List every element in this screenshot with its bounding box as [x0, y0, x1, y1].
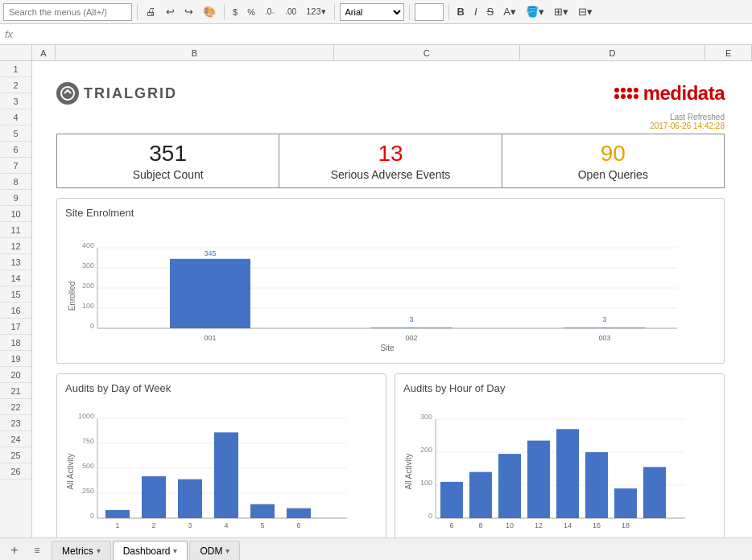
svg-text:200: 200 [420, 446, 432, 454]
svg-text:Site: Site [380, 344, 395, 352]
menu-search-input[interactable] [3, 3, 132, 21]
tab-label: Dashboard [123, 546, 171, 557]
svg-text:400: 400 [82, 241, 94, 249]
svg-text:0: 0 [90, 512, 94, 520]
sheet-tab-dashboard[interactable]: Dashboard▾ [113, 541, 188, 560]
svg-rect-71 [643, 467, 666, 518]
svg-rect-63 [527, 441, 550, 518]
tab-arrow-icon[interactable]: ▾ [173, 546, 177, 555]
svg-rect-34 [105, 510, 130, 518]
svg-rect-57 [440, 482, 463, 518]
row-number-5: 5 [0, 126, 31, 142]
svg-text:6: 6 [449, 521, 453, 529]
print-button[interactable]: 🖨 [143, 4, 159, 19]
kpi-card-0: 351 Subject Count [57, 134, 279, 187]
svg-text:3: 3 [188, 521, 192, 529]
separator [409, 4, 410, 20]
kpi-value-2: 90 [515, 141, 711, 167]
row-number-25: 25 [0, 447, 31, 463]
row-number-26: 26 [0, 463, 31, 480]
tg-icon [56, 82, 79, 105]
trialgrid-logo: TRIALGRID [56, 82, 177, 105]
sheet-tabs: + ≡ Metrics▾Dashboard▾ODM▾ [0, 537, 752, 560]
svg-text:002: 002 [405, 334, 417, 342]
corner-cell [0, 45, 32, 60]
last-refreshed-value: 2017-06-26 14:42:28 [650, 121, 725, 130]
col-header-d[interactable]: D [520, 45, 706, 60]
col-header-e[interactable]: E [705, 45, 752, 60]
audits-day-svg: All Activity 0 250 500 750 1000 [65, 399, 355, 536]
svg-text:200: 200 [82, 282, 94, 290]
add-sheet-button[interactable]: + [5, 541, 24, 560]
audits-hour-svg: All Activity 0 100 200 300 [403, 399, 693, 536]
bold-button[interactable]: B [454, 4, 468, 19]
sheet-content[interactable]: TRIALGRID medidata Last Refresh [32, 61, 752, 537]
svg-text:Enrolled: Enrolled [68, 282, 76, 311]
logos-row: TRIALGRID medidata [56, 77, 725, 109]
italic-button[interactable]: I [471, 4, 481, 19]
row-number-3: 3 [0, 93, 31, 109]
redo-button[interactable]: ↪ [181, 4, 196, 19]
separator [334, 4, 335, 20]
row-number-1: 1 [0, 61, 31, 77]
svg-text:2: 2 [151, 521, 155, 529]
svg-text:6: 6 [296, 521, 300, 529]
svg-rect-38 [178, 480, 202, 518]
row-number-8: 8 [0, 174, 31, 190]
svg-text:All Activity: All Activity [404, 453, 413, 489]
merge-button[interactable]: ⊟▾ [575, 4, 596, 19]
row-number-19: 19 [0, 351, 31, 367]
sheet-tab-odm[interactable]: ODM▾ [189, 541, 240, 560]
col-header-b[interactable]: B [56, 45, 334, 60]
row-number-13: 13 [0, 254, 31, 270]
medidata-dots-icon [614, 88, 638, 99]
undo-button[interactable]: ↩ [163, 4, 178, 19]
row-number-9: 9 [0, 190, 31, 206]
fill-color-button[interactable]: 🪣▾ [523, 4, 547, 19]
col-header-a[interactable]: A [32, 45, 56, 60]
strikethrough-button[interactable]: S [484, 4, 498, 19]
svg-text:300: 300 [82, 261, 94, 270]
svg-text:3: 3 [602, 315, 606, 323]
tab-arrow-icon[interactable]: ▾ [225, 546, 229, 555]
number-format-button[interactable]: 123▾ [303, 5, 328, 19]
row-number-18: 18 [0, 335, 31, 351]
sheet-menu-button[interactable]: ≡ [29, 541, 45, 560]
paint-format-button[interactable]: 🎨 [200, 4, 219, 19]
font-family-select[interactable]: Arial [340, 3, 404, 21]
row-numbers: 1234567891011121314151617181920212223242… [0, 61, 32, 537]
formula-bar: fx [0, 24, 752, 45]
svg-rect-69 [614, 488, 637, 518]
svg-text:0: 0 [428, 512, 432, 520]
text-color-button[interactable]: A▾ [500, 4, 519, 19]
sheet-body: 1234567891011121314151617181920212223242… [0, 61, 752, 537]
svg-text:001: 001 [204, 334, 216, 342]
currency-button[interactable]: $ [229, 6, 241, 19]
svg-rect-42 [250, 504, 275, 518]
borders-button[interactable]: ⊞▾ [551, 4, 572, 19]
svg-text:250: 250 [82, 487, 94, 495]
increase-decimal-button[interactable]: .00 [282, 6, 300, 18]
kpi-label-2: Open Queries [515, 168, 711, 181]
spreadsheet: A B C D E 123456789101112131415161718192… [0, 45, 752, 537]
row-number-22: 22 [0, 399, 31, 415]
row-number-21: 21 [0, 383, 31, 399]
formula-icon: fx [5, 28, 13, 40]
sheet-tab-metrics[interactable]: Metrics▾ [52, 541, 111, 560]
tab-arrow-icon[interactable]: ▾ [97, 546, 101, 555]
font-size-input[interactable]: 10 [415, 3, 444, 21]
row-number-24: 24 [0, 431, 31, 447]
row-number-15: 15 [0, 286, 31, 303]
col-header-c[interactable]: C [334, 45, 520, 60]
row-number-11: 11 [0, 222, 31, 238]
last-refreshed: Last Refreshed 2017-06-26 14:42:28 [56, 113, 725, 130]
percent-button[interactable]: % [244, 6, 258, 19]
svg-text:1000: 1000 [78, 412, 94, 420]
row-number-7: 7 [0, 158, 31, 174]
svg-rect-40 [214, 432, 238, 518]
svg-text:10: 10 [506, 521, 514, 529]
svg-text:003: 003 [598, 334, 610, 342]
svg-text:4: 4 [224, 521, 228, 529]
decrease-decimal-button[interactable]: .0₋ [262, 6, 279, 18]
separator [137, 4, 138, 20]
